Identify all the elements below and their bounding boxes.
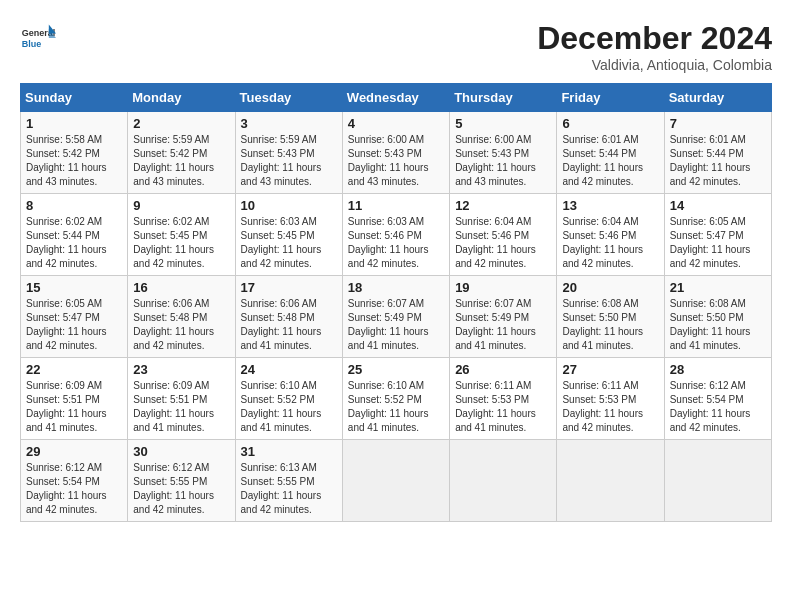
col-friday: Friday [557, 84, 664, 112]
day-cell: 15Sunrise: 6:05 AMSunset: 5:47 PMDayligh… [21, 276, 128, 358]
day-cell: 19Sunrise: 6:07 AMSunset: 5:49 PMDayligh… [450, 276, 557, 358]
day-info: Sunrise: 6:07 AMSunset: 5:49 PMDaylight:… [348, 297, 444, 353]
day-number: 13 [562, 198, 658, 213]
day-info: Sunrise: 6:05 AMSunset: 5:47 PMDaylight:… [26, 297, 122, 353]
day-cell: 3Sunrise: 5:59 AMSunset: 5:43 PMDaylight… [235, 112, 342, 194]
day-info: Sunrise: 6:00 AMSunset: 5:43 PMDaylight:… [455, 133, 551, 189]
day-cell: 30Sunrise: 6:12 AMSunset: 5:55 PMDayligh… [128, 440, 235, 522]
day-cell: 8Sunrise: 6:02 AMSunset: 5:44 PMDaylight… [21, 194, 128, 276]
day-cell: 22Sunrise: 6:09 AMSunset: 5:51 PMDayligh… [21, 358, 128, 440]
day-cell: 4Sunrise: 6:00 AMSunset: 5:43 PMDaylight… [342, 112, 449, 194]
day-cell: 5Sunrise: 6:00 AMSunset: 5:43 PMDaylight… [450, 112, 557, 194]
day-number: 8 [26, 198, 122, 213]
day-info: Sunrise: 6:10 AMSunset: 5:52 PMDaylight:… [348, 379, 444, 435]
day-info: Sunrise: 5:58 AMSunset: 5:42 PMDaylight:… [26, 133, 122, 189]
day-number: 29 [26, 444, 122, 459]
day-cell: 26Sunrise: 6:11 AMSunset: 5:53 PMDayligh… [450, 358, 557, 440]
day-cell: 10Sunrise: 6:03 AMSunset: 5:45 PMDayligh… [235, 194, 342, 276]
day-number: 24 [241, 362, 337, 377]
day-cell [664, 440, 771, 522]
month-year: December 2024 [537, 20, 772, 57]
day-number: 23 [133, 362, 229, 377]
day-info: Sunrise: 6:02 AMSunset: 5:45 PMDaylight:… [133, 215, 229, 271]
logo: General Blue [20, 20, 56, 56]
svg-text:Blue: Blue [22, 39, 42, 49]
day-cell: 17Sunrise: 6:06 AMSunset: 5:48 PMDayligh… [235, 276, 342, 358]
day-cell: 6Sunrise: 6:01 AMSunset: 5:44 PMDaylight… [557, 112, 664, 194]
week-row-3: 15Sunrise: 6:05 AMSunset: 5:47 PMDayligh… [21, 276, 772, 358]
day-cell: 31Sunrise: 6:13 AMSunset: 5:55 PMDayligh… [235, 440, 342, 522]
location: Valdivia, Antioquia, Colombia [537, 57, 772, 73]
week-row-1: 1Sunrise: 5:58 AMSunset: 5:42 PMDaylight… [21, 112, 772, 194]
day-number: 21 [670, 280, 766, 295]
day-cell [557, 440, 664, 522]
day-number: 18 [348, 280, 444, 295]
calendar-table: Sunday Monday Tuesday Wednesday Thursday… [20, 83, 772, 522]
day-info: Sunrise: 6:07 AMSunset: 5:49 PMDaylight:… [455, 297, 551, 353]
day-info: Sunrise: 5:59 AMSunset: 5:43 PMDaylight:… [241, 133, 337, 189]
day-cell: 27Sunrise: 6:11 AMSunset: 5:53 PMDayligh… [557, 358, 664, 440]
day-number: 15 [26, 280, 122, 295]
day-number: 14 [670, 198, 766, 213]
day-cell: 12Sunrise: 6:04 AMSunset: 5:46 PMDayligh… [450, 194, 557, 276]
day-info: Sunrise: 6:04 AMSunset: 5:46 PMDaylight:… [455, 215, 551, 271]
col-monday: Monday [128, 84, 235, 112]
day-info: Sunrise: 6:12 AMSunset: 5:54 PMDaylight:… [670, 379, 766, 435]
day-number: 11 [348, 198, 444, 213]
day-info: Sunrise: 6:13 AMSunset: 5:55 PMDaylight:… [241, 461, 337, 517]
day-number: 26 [455, 362, 551, 377]
day-info: Sunrise: 6:08 AMSunset: 5:50 PMDaylight:… [562, 297, 658, 353]
day-cell: 29Sunrise: 6:12 AMSunset: 5:54 PMDayligh… [21, 440, 128, 522]
day-number: 16 [133, 280, 229, 295]
day-cell: 24Sunrise: 6:10 AMSunset: 5:52 PMDayligh… [235, 358, 342, 440]
day-number: 31 [241, 444, 337, 459]
day-info: Sunrise: 6:04 AMSunset: 5:46 PMDaylight:… [562, 215, 658, 271]
day-number: 22 [26, 362, 122, 377]
day-info: Sunrise: 6:12 AMSunset: 5:55 PMDaylight:… [133, 461, 229, 517]
day-number: 25 [348, 362, 444, 377]
week-row-2: 8Sunrise: 6:02 AMSunset: 5:44 PMDaylight… [21, 194, 772, 276]
day-cell: 16Sunrise: 6:06 AMSunset: 5:48 PMDayligh… [128, 276, 235, 358]
day-cell: 9Sunrise: 6:02 AMSunset: 5:45 PMDaylight… [128, 194, 235, 276]
day-cell: 21Sunrise: 6:08 AMSunset: 5:50 PMDayligh… [664, 276, 771, 358]
day-info: Sunrise: 6:10 AMSunset: 5:52 PMDaylight:… [241, 379, 337, 435]
day-info: Sunrise: 6:06 AMSunset: 5:48 PMDaylight:… [241, 297, 337, 353]
day-info: Sunrise: 6:01 AMSunset: 5:44 PMDaylight:… [562, 133, 658, 189]
day-cell: 18Sunrise: 6:07 AMSunset: 5:49 PMDayligh… [342, 276, 449, 358]
day-number: 28 [670, 362, 766, 377]
day-info: Sunrise: 6:09 AMSunset: 5:51 PMDaylight:… [133, 379, 229, 435]
day-cell: 7Sunrise: 6:01 AMSunset: 5:44 PMDaylight… [664, 112, 771, 194]
day-cell: 20Sunrise: 6:08 AMSunset: 5:50 PMDayligh… [557, 276, 664, 358]
day-cell: 28Sunrise: 6:12 AMSunset: 5:54 PMDayligh… [664, 358, 771, 440]
day-cell [342, 440, 449, 522]
day-info: Sunrise: 6:00 AMSunset: 5:43 PMDaylight:… [348, 133, 444, 189]
day-info: Sunrise: 6:02 AMSunset: 5:44 PMDaylight:… [26, 215, 122, 271]
day-info: Sunrise: 5:59 AMSunset: 5:42 PMDaylight:… [133, 133, 229, 189]
day-info: Sunrise: 6:01 AMSunset: 5:44 PMDaylight:… [670, 133, 766, 189]
day-info: Sunrise: 6:06 AMSunset: 5:48 PMDaylight:… [133, 297, 229, 353]
day-number: 27 [562, 362, 658, 377]
day-number: 6 [562, 116, 658, 131]
day-cell: 23Sunrise: 6:09 AMSunset: 5:51 PMDayligh… [128, 358, 235, 440]
col-thursday: Thursday [450, 84, 557, 112]
col-wednesday: Wednesday [342, 84, 449, 112]
day-number: 7 [670, 116, 766, 131]
day-number: 17 [241, 280, 337, 295]
day-info: Sunrise: 6:03 AMSunset: 5:45 PMDaylight:… [241, 215, 337, 271]
day-number: 3 [241, 116, 337, 131]
day-number: 1 [26, 116, 122, 131]
logo-icon: General Blue [20, 20, 56, 56]
day-cell [450, 440, 557, 522]
day-info: Sunrise: 6:11 AMSunset: 5:53 PMDaylight:… [562, 379, 658, 435]
week-row-4: 22Sunrise: 6:09 AMSunset: 5:51 PMDayligh… [21, 358, 772, 440]
day-info: Sunrise: 6:09 AMSunset: 5:51 PMDaylight:… [26, 379, 122, 435]
day-number: 19 [455, 280, 551, 295]
day-cell: 11Sunrise: 6:03 AMSunset: 5:46 PMDayligh… [342, 194, 449, 276]
day-info: Sunrise: 6:11 AMSunset: 5:53 PMDaylight:… [455, 379, 551, 435]
day-info: Sunrise: 6:03 AMSunset: 5:46 PMDaylight:… [348, 215, 444, 271]
week-row-5: 29Sunrise: 6:12 AMSunset: 5:54 PMDayligh… [21, 440, 772, 522]
day-info: Sunrise: 6:08 AMSunset: 5:50 PMDaylight:… [670, 297, 766, 353]
day-number: 5 [455, 116, 551, 131]
day-cell: 25Sunrise: 6:10 AMSunset: 5:52 PMDayligh… [342, 358, 449, 440]
title-area: December 2024 Valdivia, Antioquia, Colom… [537, 20, 772, 73]
